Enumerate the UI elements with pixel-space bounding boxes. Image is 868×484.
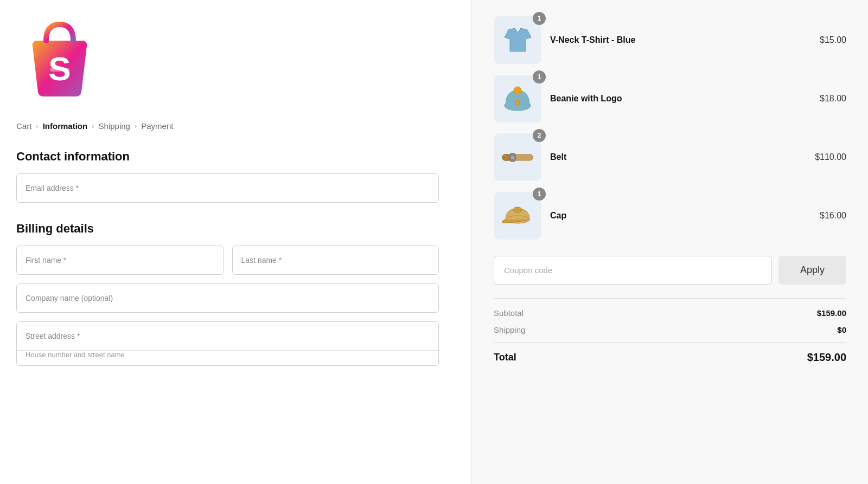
item-badge-4: 1: [533, 188, 546, 201]
billing-section: Billing details House number and street …: [16, 222, 439, 366]
item-badge-3: 2: [533, 129, 546, 142]
beanie-icon: [503, 85, 533, 112]
item-image-wrapper: 2: [494, 133, 541, 181]
cart-item: 1 Beanie with Logo $18.00: [494, 75, 846, 122]
item-badge-1: 1: [533, 12, 546, 25]
total-label: Total: [494, 352, 516, 363]
cart-item: 1 Cap $16.00: [494, 192, 846, 240]
item-name-cap: Cap: [550, 211, 566, 221]
company-field-group: [16, 283, 439, 313]
breadcrumb-shipping[interactable]: Shipping: [99, 121, 130, 131]
billing-section-title: Billing details: [16, 222, 439, 236]
cart-item-left: 2 Belt: [494, 133, 566, 181]
grand-total-row: Total $159.00: [494, 342, 846, 364]
item-badge-2: 1: [533, 70, 546, 83]
street-hint: House number and street name: [17, 351, 438, 365]
contact-section: Contact information: [16, 150, 439, 203]
email-field-group: [16, 173, 439, 203]
item-price-beanie: $18.00: [820, 94, 846, 104]
item-price-belt: $110.00: [815, 152, 846, 162]
logo-area: S: [16, 16, 439, 105]
cart-items: 1 V-Neck T-Shirt - Blue $15.00: [494, 16, 846, 240]
subtotal-value: $159.00: [817, 308, 846, 318]
shipping-row: Shipping $0: [494, 325, 846, 334]
logo-icon: S: [16, 16, 103, 103]
subtotal-label: Subtotal: [494, 308, 524, 318]
belt-icon: [501, 148, 534, 167]
company-input[interactable]: [16, 283, 439, 313]
svg-point-3: [514, 87, 521, 94]
left-panel: S Cart › Information › Shipping › Paymen…: [0, 0, 472, 484]
street-field-group: House number and street name: [16, 321, 439, 366]
item-image-wrapper: 1: [494, 16, 541, 64]
item-price-cap: $16.00: [820, 211, 846, 221]
item-name-belt: Belt: [550, 152, 566, 162]
item-image-cap: [494, 192, 541, 240]
last-name-field-group: [232, 246, 439, 275]
breadcrumb-payment[interactable]: Payment: [141, 121, 173, 131]
tshirt-icon: [503, 25, 533, 55]
item-image-wrapper: 1: [494, 192, 541, 240]
cart-item-left: 1 Cap: [494, 192, 566, 240]
item-image-belt: [494, 133, 541, 181]
coupon-row: Apply: [494, 256, 846, 285]
subtotal-row: Subtotal $159.00: [494, 308, 846, 318]
svg-point-10: [513, 207, 522, 212]
street-input[interactable]: [17, 322, 438, 351]
coupon-input[interactable]: [494, 256, 772, 285]
svg-rect-8: [511, 156, 514, 159]
total-value: $159.00: [807, 351, 846, 364]
breadcrumb-information[interactable]: Information: [43, 121, 88, 131]
svg-point-4: [515, 100, 520, 105]
breadcrumb-sep-3: ›: [135, 122, 137, 130]
apply-coupon-button[interactable]: Apply: [778, 256, 846, 285]
breadcrumb-sep-1: ›: [36, 122, 38, 130]
breadcrumb: Cart › Information › Shipping › Payment: [16, 121, 439, 131]
svg-rect-1: [50, 68, 69, 72]
cart-item: 1 V-Neck T-Shirt - Blue $15.00: [494, 16, 846, 64]
right-panel: 1 V-Neck T-Shirt - Blue $15.00: [472, 0, 868, 484]
cap-icon: [501, 202, 534, 229]
breadcrumb-sep-2: ›: [92, 122, 94, 130]
last-name-input[interactable]: [232, 246, 439, 275]
item-price-tshirt: $15.00: [820, 35, 846, 45]
shipping-value: $0: [837, 325, 846, 334]
first-name-input[interactable]: [16, 246, 224, 275]
cart-item: 2 Belt $110.00: [494, 133, 846, 181]
item-name-beanie: Beanie with Logo: [550, 94, 622, 104]
first-name-field-group: [16, 246, 224, 275]
item-name-tshirt: V-Neck T-Shirt - Blue: [550, 35, 635, 45]
breadcrumb-cart[interactable]: Cart: [16, 121, 31, 131]
contact-section-title: Contact information: [16, 150, 439, 164]
name-row: [16, 246, 439, 275]
item-image-wrapper: 1: [494, 75, 541, 122]
cart-item-left: 1 V-Neck T-Shirt - Blue: [494, 16, 635, 64]
shipping-label: Shipping: [494, 325, 525, 334]
item-image-tshirt: [494, 16, 541, 64]
cart-item-left: 1 Beanie with Logo: [494, 75, 622, 122]
totals-section: Subtotal $159.00 Shipping $0 Total $159.…: [494, 298, 846, 364]
item-image-beanie: [494, 75, 541, 122]
email-input[interactable]: [16, 173, 439, 203]
street-wrapper: House number and street name: [16, 321, 439, 366]
